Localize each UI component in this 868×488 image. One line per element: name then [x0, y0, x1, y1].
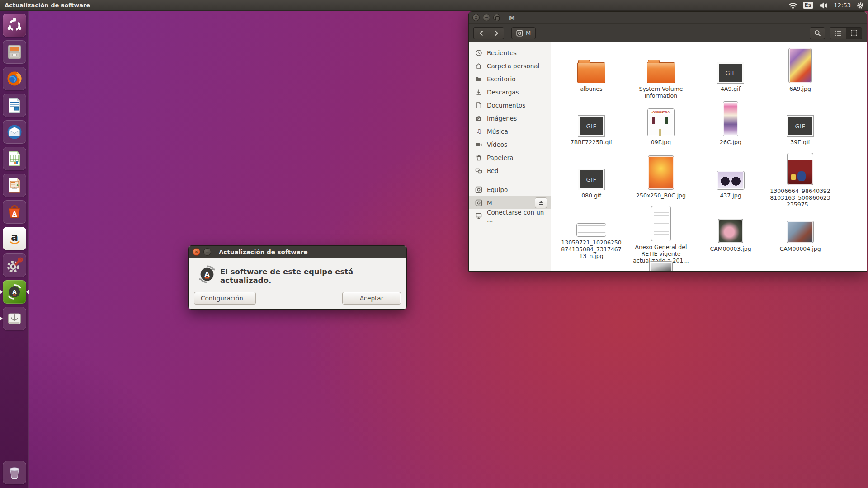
file-manager-toolbar: M: [469, 23, 867, 42]
ubuntu-logo-icon: [5, 16, 24, 34]
volume-icon[interactable]: [819, 2, 829, 9]
sidebar-item-escritorio[interactable]: Escritorio: [469, 72, 551, 85]
file-item[interactable]: 09F.jpg: [626, 99, 696, 153]
search-button[interactable]: [810, 27, 825, 39]
file-item[interactable]: 437.jpg: [696, 153, 765, 206]
file-item[interactable]: System Volume Information: [626, 46, 696, 99]
file-item[interactable]: CAM00003.jpg: [696, 206, 765, 259]
file-manager-window: × − M M: [468, 11, 867, 272]
file-item[interactable]: 6A9.jpg: [765, 46, 835, 99]
file-label: 4A9.gif: [721, 85, 741, 92]
sidebar-item-m-drive[interactable]: M: [469, 196, 551, 209]
home-icon: [475, 62, 482, 70]
eject-icon: [539, 201, 543, 203]
file-item[interactable]: CAM00004.jpg: [765, 206, 835, 259]
launcher-item-libreoffice-calc[interactable]: [3, 147, 26, 170]
sidebar-label: Papelera: [487, 154, 514, 161]
dialog-minimize-button[interactable]: −: [203, 248, 211, 256]
dialog-close-button[interactable]: ✕: [193, 248, 200, 256]
launcher-item-software-center[interactable]: A: [3, 200, 26, 224]
sidebar-item-descargas[interactable]: Descargas: [469, 85, 551, 99]
sidebar-label: Documentos: [487, 102, 525, 109]
dialog-message: El software de este equipo está actualiz…: [220, 267, 406, 285]
running-pip: [0, 290, 3, 294]
software-updater-icon: A: [5, 283, 24, 301]
file-item[interactable]: 250x250_B0C.jpg: [626, 153, 696, 206]
file-item[interactable]: 13006664_986403928103163_500860623235975…: [765, 153, 835, 206]
clock[interactable]: 12:53: [834, 2, 851, 9]
trash-icon: [475, 154, 482, 161]
file-item[interactable]: 4A9.gif: [696, 46, 765, 99]
sidebar-item-recientes[interactable]: Recientes: [469, 46, 551, 59]
file-cabinet-icon: [5, 43, 24, 61]
sidebar-item-documentos[interactable]: Documentos: [469, 99, 551, 112]
sidebar-item-papelera[interactable]: Papelera: [469, 151, 551, 164]
window-close-button[interactable]: ×: [472, 14, 480, 21]
settings-button[interactable]: Configuración…: [194, 292, 256, 305]
search-icon: [814, 30, 821, 37]
launcher-item-dash[interactable]: [3, 14, 26, 37]
software-updater-dialog: ✕ − Actualización de software A El softw…: [188, 245, 407, 310]
accept-button[interactable]: Aceptar: [342, 292, 401, 305]
sidebar-label: Recientes: [487, 49, 517, 56]
network-computers-icon: [475, 167, 482, 174]
file-item[interactable]: 080.gif: [557, 153, 626, 206]
sidebar-item-conectarse[interactable]: Conectarse con un …: [469, 209, 551, 222]
launcher-item-system-settings[interactable]: [3, 253, 26, 277]
launcher-item-thunderbird[interactable]: [3, 120, 26, 144]
thunderbird-icon: [5, 123, 24, 141]
breadcrumb-location-button[interactable]: M: [511, 27, 536, 39]
launcher-item-files[interactable]: [3, 40, 26, 64]
sidebar-item-videos[interactable]: Vídeos: [469, 138, 551, 151]
dialog-titlebar[interactable]: ✕ − Actualización de software: [189, 246, 406, 258]
calc-icon: [5, 150, 24, 168]
file-item[interactable]: Anexo General del RETIE vigente actualiz…: [626, 206, 696, 259]
drive-icon: [516, 30, 523, 37]
network-icon[interactable]: [788, 2, 797, 9]
session-gear-icon[interactable]: [856, 1, 864, 9]
sidebar-item-musica[interactable]: ♫ Música: [469, 125, 551, 138]
sidebar-item-equipo[interactable]: Equipo: [469, 183, 551, 196]
grid-view-icon: [851, 30, 857, 36]
file-thumbnail: [647, 108, 675, 136]
launcher-item-firefox[interactable]: [3, 67, 26, 90]
file-thumbnail: [648, 155, 674, 190]
launcher-item-libreoffice-impress[interactable]: [3, 174, 26, 197]
forward-button[interactable]: [489, 27, 504, 39]
window-minimize-button[interactable]: −: [483, 14, 490, 21]
places-sidebar: Recientes Carpeta personal Escritorio De…: [469, 42, 551, 271]
keyboard-layout-indicator[interactable]: Es: [803, 2, 813, 9]
launcher-item-usb-drive[interactable]: [3, 307, 26, 330]
launcher-item-trash[interactable]: [3, 461, 26, 484]
sidebar-item-carpeta-personal[interactable]: Carpeta personal: [469, 59, 551, 72]
eject-button[interactable]: [535, 197, 547, 208]
launcher-item-amazon[interactable]: a: [3, 227, 26, 250]
sidebar-item-imagenes[interactable]: Imágenes: [469, 112, 551, 125]
list-view-button[interactable]: [830, 27, 846, 39]
launcher-item-software-updater[interactable]: A: [3, 280, 26, 304]
launcher-item-libreoffice-writer[interactable]: [3, 94, 26, 117]
folder-icon: [475, 75, 482, 83]
file-grid: albunes System Volume Information 4A9.gi…: [551, 42, 867, 271]
file-label: CAM00003.jpg: [710, 245, 751, 252]
file-item[interactable]: 39E.gif: [765, 99, 835, 153]
sidebar-label: Descargas: [487, 89, 519, 96]
grid-view-button[interactable]: [846, 27, 862, 39]
file-item[interactable]: 7BBF7225B.gif: [557, 99, 626, 153]
usb-drive-icon: [5, 310, 24, 328]
file-thumbnail: [723, 101, 738, 136]
file-item[interactable]: 13059721_10206250874135084_731746713_n.j…: [557, 206, 626, 259]
file-manager-titlebar[interactable]: × − M: [469, 12, 867, 23]
toolbar-right: [810, 27, 862, 39]
sidebar-item-red[interactable]: Red: [469, 164, 551, 177]
navigation-buttons: [473, 27, 504, 39]
remote-server-icon: [475, 212, 482, 220]
file-item[interactable]: albunes: [557, 46, 626, 99]
svg-text:A: A: [12, 210, 16, 217]
file-item[interactable]: [626, 259, 696, 271]
view-toggle: [830, 27, 862, 39]
window-maximize-button[interactable]: [493, 14, 500, 21]
file-item[interactable]: 26C.jpg: [696, 99, 765, 153]
back-button[interactable]: [473, 27, 489, 39]
chevron-left-icon: [479, 30, 483, 36]
